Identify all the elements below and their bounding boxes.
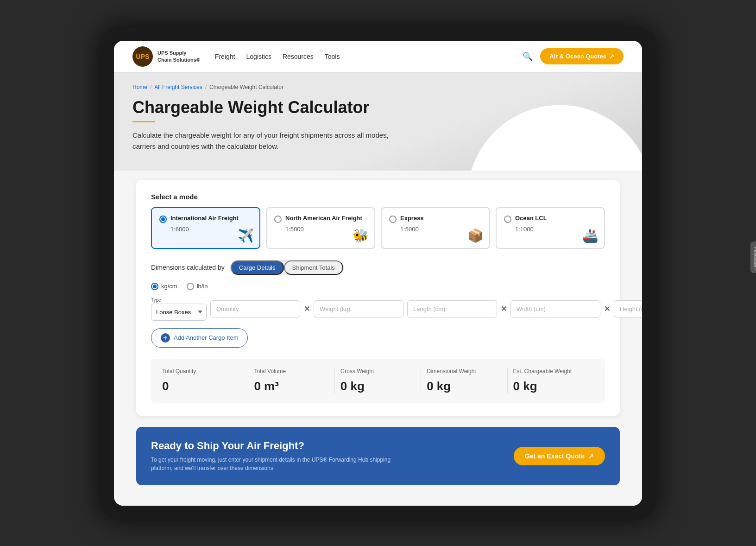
total-volume-value: 0 m³: [254, 379, 328, 394]
dimensional-weight-cell: Dimensional Weight 0 kg: [421, 368, 507, 394]
ups-logo: UPS: [132, 46, 153, 67]
gross-weight-header: Gross Weight: [340, 368, 415, 375]
breadcrumb: Home / All Freight Services / Chargeable…: [132, 84, 624, 90]
dimensional-weight-header: Dimensional Weight: [427, 368, 501, 375]
total-volume-cell: Total Volume 0 m³: [248, 368, 334, 394]
search-button[interactable]: 🔍: [523, 51, 533, 62]
unit-row: kg/cm lb/in: [151, 283, 605, 290]
logo-text: UPS Supply Chain Solutions®: [158, 50, 200, 63]
mode-name-international: International Air Freight: [170, 215, 252, 222]
device-frame: UPS UPS Supply Chain Solutions® Freight …: [100, 27, 656, 520]
mode-name-express: Express: [400, 215, 482, 222]
dimensions-row: Dimensions calculated by Cargo Details S…: [151, 260, 605, 275]
navbar-right: 🔍 Air & Ocean Quotes ↗: [523, 48, 624, 64]
nav-link-freight[interactable]: Freight: [215, 53, 235, 60]
toggle-cargo-details[interactable]: Cargo Details: [231, 260, 284, 275]
bee-icon-na: 🐝: [353, 228, 369, 243]
external-link-icon-banner: ↗: [588, 452, 594, 460]
nav-link-logistics[interactable]: Logistics: [246, 53, 271, 60]
type-select-wrapper: Type Loose Boxes Pallets Crates: [151, 298, 207, 321]
type-label: Type: [151, 298, 207, 303]
air-ocean-quotes-button[interactable]: Air & Ocean Quotes ↗: [540, 48, 624, 64]
total-quantity-cell: Total Quantity 0: [162, 368, 248, 394]
dimensions-label: Dimensions calculated by: [151, 264, 225, 271]
multiply-x-2: ✕: [501, 305, 507, 313]
unit-radio-kgcm: [151, 283, 158, 290]
hero-description: Calculate the chargeable weight for any …: [132, 130, 392, 152]
cargo-fields: Type Loose Boxes Pallets Crates ✕ ✕ ✕: [151, 298, 605, 321]
get-exact-quote-button[interactable]: Get an Exact Quote ↗: [514, 447, 605, 465]
screen: UPS UPS Supply Chain Solutions® Freight …: [114, 41, 642, 506]
type-dropdown[interactable]: Loose Boxes Pallets Crates: [151, 304, 207, 321]
mode-card-north-american[interactable]: North American Air Freight 1:5000 🐝: [266, 207, 375, 249]
totals-table: Total Quantity 0 Total Volume 0 m³ Gross…: [151, 359, 605, 403]
weight-input[interactable]: [314, 300, 403, 317]
width-input[interactable]: [510, 300, 600, 317]
external-link-icon: ↗: [609, 53, 614, 60]
unit-radio-lbin: [187, 283, 194, 290]
length-input[interactable]: [407, 300, 497, 317]
mode-radio-express: [389, 216, 397, 223]
nav-links: Freight Logistics Resources Tools: [215, 53, 340, 60]
dimensional-weight-value: 0 kg: [427, 379, 501, 394]
mode-name-ocean-lcl: Ocean LCL: [515, 215, 597, 222]
total-volume-header: Total Volume: [254, 368, 328, 375]
nav-link-tools[interactable]: Tools: [325, 53, 340, 60]
feedback-tab[interactable]: Feedback: [751, 241, 756, 273]
mode-card-express[interactable]: Express 1:5000 📦: [381, 207, 490, 249]
height-input[interactable]: [614, 300, 642, 317]
page-title: Chargeable Weight Calculator: [132, 98, 624, 117]
cta-banner: Ready to Ship Your Air Freight? To get y…: [136, 427, 620, 485]
chargeable-weight-header: Est. Chargeable Weight: [513, 368, 588, 375]
dimensions-toggle-group: Cargo Details Shipment Totals: [230, 260, 344, 275]
nav-link-resources[interactable]: Resources: [283, 53, 314, 60]
multiply-x-1: ✕: [304, 305, 310, 313]
quantity-input[interactable]: [210, 300, 300, 317]
cta-banner-description: To get your freight moving, just enter y…: [151, 456, 392, 472]
navbar: UPS UPS Supply Chain Solutions® Freight …: [114, 41, 642, 73]
breadcrumb-all-freight[interactable]: All Freight Services: [154, 84, 202, 90]
add-cargo-label: Add Another Cargo Item: [174, 334, 238, 341]
unit-kgcm[interactable]: kg/cm: [151, 283, 177, 290]
ship-icon: 🚢: [582, 228, 598, 243]
mode-cards: International Air Freight 1:6000 ✈️ Nort…: [151, 207, 605, 249]
ups-logo-text: UPS: [136, 53, 150, 60]
multiply-x-3: ✕: [604, 305, 610, 313]
mode-radio-international: [159, 216, 167, 223]
unit-lbin[interactable]: lb/in: [187, 283, 208, 290]
toggle-shipment-totals[interactable]: Shipment Totals: [284, 260, 343, 275]
cta-banner-title: Ready to Ship Your Air Freight?: [151, 440, 392, 452]
logo-area: UPS UPS Supply Chain Solutions®: [132, 46, 200, 67]
add-cargo-button[interactable]: + Add Another Cargo Item: [151, 328, 248, 348]
title-underline: [132, 121, 155, 122]
mode-radio-ocean-lcl: [504, 216, 511, 223]
mode-section-label: Select a mode: [151, 193, 605, 201]
chargeable-weight-value: 0 kg: [513, 379, 588, 394]
mode-radio-north-american: [274, 216, 282, 223]
navbar-left: UPS UPS Supply Chain Solutions® Freight …: [132, 46, 340, 67]
gross-weight-value: 0 kg: [340, 379, 415, 394]
bottom-spacer: [125, 496, 631, 506]
express-icon: 📦: [467, 228, 484, 243]
gross-weight-cell: Gross Weight 0 kg: [335, 368, 421, 394]
total-quantity-value: 0: [162, 379, 242, 394]
breadcrumb-current: Chargeable Weight Calculator: [209, 84, 284, 90]
cta-banner-text: Ready to Ship Your Air Freight? To get y…: [151, 440, 392, 472]
mode-card-ocean-lcl[interactable]: Ocean LCL 1:1000 🚢: [496, 207, 605, 249]
plane-icon: ✈️: [238, 228, 254, 243]
mode-card-international[interactable]: International Air Freight 1:6000 ✈️: [151, 207, 260, 249]
chargeable-weight-cell: Est. Chargeable Weight 0 kg: [508, 368, 594, 394]
hero-section: Home / All Freight Services / Chargeable…: [114, 73, 642, 171]
add-circle-icon: +: [161, 333, 170, 343]
calculator-section: Select a mode International Air Freight …: [136, 180, 620, 416]
breadcrumb-home[interactable]: Home: [132, 84, 147, 90]
total-quantity-header: Total Quantity: [162, 368, 242, 375]
mode-name-north-american: North American Air Freight: [285, 215, 367, 222]
